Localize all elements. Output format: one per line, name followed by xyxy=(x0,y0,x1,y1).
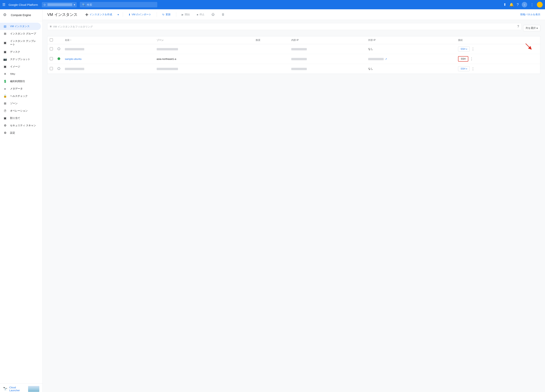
health-checks-icon: 🔒 xyxy=(3,94,7,98)
row1-ssh-button[interactable]: SSH ▾ xyxy=(458,46,470,51)
name-col-header[interactable]: 名前 ↑ xyxy=(62,36,154,44)
project-chevron-icon: ▾ xyxy=(74,3,75,6)
brand-name: Google Cloud Platform xyxy=(8,3,38,6)
internal-ip-col-header: 内部 IP xyxy=(289,36,366,44)
row3-internal-ip-blurred xyxy=(291,68,307,70)
create-instance-icon: ➕ xyxy=(85,13,88,16)
stop-button[interactable]: ■ 停止 xyxy=(194,12,207,18)
row2-recommendation-cell xyxy=(253,54,289,64)
sidebar-item-settings[interactable]: ⚙ 設定 xyxy=(0,129,41,137)
sidebar-item-groups-label: インスタンス グループ xyxy=(10,32,36,35)
user-avatar[interactable] xyxy=(537,2,543,7)
committed-use-icon: 💲 xyxy=(3,80,7,83)
create-instance-button[interactable]: ➕ インスタンスを作成 xyxy=(83,12,114,18)
search-box[interactable]: 🔍 xyxy=(80,2,157,7)
zone-col-label: ゾーン xyxy=(157,39,164,41)
row1-more-button[interactable]: ⋮ xyxy=(471,46,476,52)
sidebar-item-tpu[interactable]: ✕ TPU xyxy=(0,70,41,78)
metadata-icon: ≡ xyxy=(3,87,7,90)
external-ip-col-label: 外部 IP xyxy=(368,39,376,41)
account-number-icon[interactable]: i xyxy=(522,2,527,7)
sidebar-item-disks-label: ディスク xyxy=(10,50,20,54)
menu-icon[interactable]: ☰ xyxy=(2,2,6,7)
import-vm-button[interactable]: ⬇ VM のインポート xyxy=(126,12,154,18)
project-selector[interactable]: ⊹ ▾ xyxy=(42,2,77,7)
row3-name-cell xyxy=(62,64,154,74)
sidebar-item-images-label: イメージ xyxy=(10,65,20,68)
sidebar-item-zones-label: ゾーン xyxy=(10,102,18,105)
select-all-checkbox[interactable] xyxy=(50,38,53,41)
row3-checkbox[interactable] xyxy=(50,67,53,70)
create-instance-dropdown[interactable]: ▾ xyxy=(117,12,120,17)
sidebar-item-snapshots[interactable]: 📷 スナップショット xyxy=(0,56,41,63)
row2-more-button[interactable]: ⋮ xyxy=(469,56,474,62)
cloud-launcher-link[interactable]: 🔭 Cloud Launcher xyxy=(3,386,39,392)
refresh-button[interactable]: ↻ 更新 xyxy=(160,12,173,18)
search-input[interactable] xyxy=(87,3,155,6)
row2-checkbox[interactable] xyxy=(50,57,53,60)
reset-button[interactable]: ⏻ xyxy=(209,12,217,18)
sidebar-item-zones[interactable]: ⊞ ゾーン xyxy=(0,100,41,107)
status-col-header xyxy=(55,36,62,44)
sidebar-item-instance-templates[interactable]: ▣ インスタンス テンプレート xyxy=(0,37,41,48)
row1-name-cell xyxy=(62,44,154,54)
sidebar-item-disks[interactable]: ▣ ディスク xyxy=(0,48,41,56)
row2-zone-cell: asia-northeast1-a xyxy=(154,54,254,64)
row3-ssh-label: SSH xyxy=(461,67,465,70)
sidebar-header: ⚙ Compute Engine xyxy=(0,9,43,21)
zones-icon: ⊞ xyxy=(3,102,7,105)
tpu-icon: ✕ xyxy=(3,72,7,76)
table-row: sample-ubuntu asia-northeast1-a xyxy=(47,54,540,64)
sidebar-item-security-label: セキュリティ スキャン xyxy=(10,124,36,127)
sidebar-item-health-checks[interactable]: 🔒 ヘルスチェック xyxy=(0,92,41,100)
row3-zone-blurred xyxy=(157,68,178,70)
sidebar-item-operations[interactable]: ⏱ オペレーション xyxy=(0,107,41,114)
row1-internal-ip-blurred xyxy=(291,48,307,50)
row3-internal-ip-cell xyxy=(289,64,366,74)
row3-external-ip-cell: なし xyxy=(366,64,456,74)
row3-connection-cell: SSH ▾ ⋮ xyxy=(456,64,540,74)
row1-connection-group: SSH ▾ ⋮ xyxy=(458,46,538,52)
row2-ssh-button[interactable]: SSH xyxy=(458,56,468,62)
sidebar-item-metadata[interactable]: ≡ メタデータ xyxy=(0,85,41,92)
sidebar-item-security-scan[interactable]: ⚙ セキュリティ スキャン xyxy=(0,122,41,129)
internal-ip-col-label: 内部 IP xyxy=(291,39,299,41)
columns-select-button[interactable]: 列を選択 ▾ xyxy=(523,25,540,31)
header-sep-2 xyxy=(157,12,157,17)
sidebar-item-committed-use[interactable]: 💲 確約利用割引 xyxy=(0,78,41,85)
sidebar-item-vm-instances[interactable]: ▤ VM インスタンス xyxy=(0,23,41,30)
cloud-launcher-icon: 🔭 xyxy=(3,387,7,391)
sidebar-item-quota[interactable]: ▣ 割り当て xyxy=(0,114,41,122)
row2-status-indicator xyxy=(57,57,60,60)
sidebar-item-images[interactable]: ▣ イメージ xyxy=(0,63,41,70)
filter-help-icon[interactable]: ? xyxy=(517,25,519,28)
info-panel-button[interactable]: 情報パネルを表示 xyxy=(520,13,540,16)
row2-connection-group: SSH ⋮ xyxy=(458,56,538,62)
row2-external-link-icon[interactable]: ↗ xyxy=(385,58,387,60)
help-icon[interactable]: ? xyxy=(517,3,519,7)
table-area: ≡ ? 列を選択 ▾ xyxy=(43,20,545,77)
cloud-shell-icon[interactable]: ⬆ xyxy=(503,2,506,7)
delete-button[interactable]: 🗑 xyxy=(219,12,227,18)
vm-table-wrapper: 名前 ↑ ゾーン 推奨 内部 IP xyxy=(47,36,540,74)
start-label: 開始 xyxy=(185,13,190,16)
row3-connection-group: SSH ▾ ⋮ xyxy=(458,66,538,72)
row3-ssh-button[interactable]: SSH ▾ xyxy=(458,66,470,71)
row1-checkbox[interactable] xyxy=(50,47,53,50)
row3-more-button[interactable]: ⋮ xyxy=(471,66,476,72)
sidebar-item-health-label: ヘルスチェック xyxy=(10,94,28,98)
row2-name-cell: sample-ubuntu xyxy=(62,54,154,64)
start-button[interactable]: ▶ 開始 xyxy=(179,12,192,18)
notification-icon[interactable]: 🔔 xyxy=(509,2,514,7)
name-col-label: 名前 ↑ xyxy=(65,39,71,41)
snapshots-icon: 📷 xyxy=(3,57,7,61)
vm-instances-icon: ▤ xyxy=(3,25,7,28)
sidebar-item-instance-groups[interactable]: ⊞ インスタンス グループ xyxy=(0,30,41,37)
row2-status-cell xyxy=(55,54,62,64)
table-header: 名前 ↑ ゾーン 推奨 内部 IP xyxy=(47,36,540,44)
table-body: なし SSH ▾ ⋮ xyxy=(47,44,540,74)
more-vert-icon[interactable]: ⋮ xyxy=(530,2,534,7)
recommendation-col-header: 推奨 xyxy=(253,36,289,44)
import-vm-label: VM のインポート xyxy=(132,13,151,16)
filter-input[interactable] xyxy=(53,25,516,28)
